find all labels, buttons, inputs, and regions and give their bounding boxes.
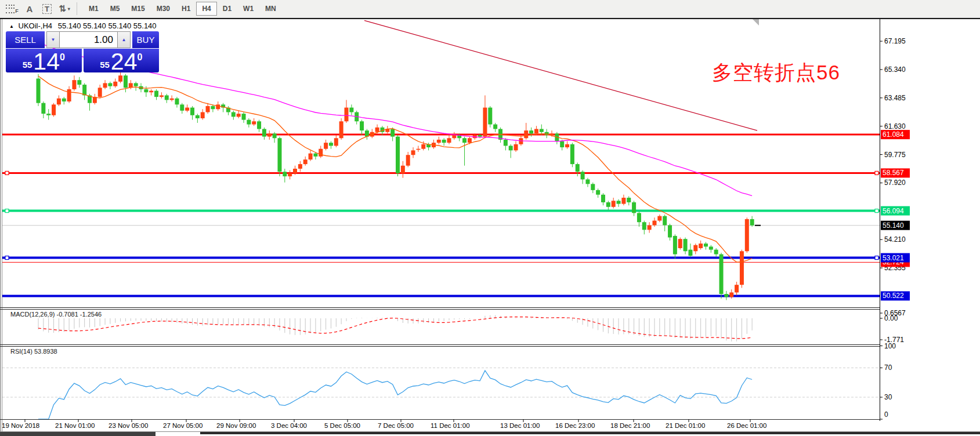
drawing-tools-group: FAT⇅▾ — [3, 2, 73, 16]
date-tick-label: 3 Dec 04:00 — [271, 422, 307, 429]
candle — [612, 201, 616, 207]
candle — [529, 130, 533, 133]
trendline[interactable] — [364, 20, 757, 130]
bottom-border — [0, 431, 980, 432]
collapse-arrow-icon[interactable]: ▲ — [9, 24, 14, 29]
arrows-tool-icon[interactable]: ⇅▾ — [57, 2, 72, 16]
candle — [648, 225, 652, 230]
level-handle[interactable] — [875, 256, 878, 260]
timeframe-group: M1M5M15M30H1H4D1W1MN — [83, 2, 282, 16]
date-tick-label: 7 Dec 05:00 — [378, 422, 414, 429]
candle — [293, 169, 297, 173]
price-badge-label: 58.567 — [883, 169, 904, 177]
candle — [606, 202, 610, 207]
volume-increase-button[interactable]: ▲ — [117, 31, 131, 48]
sell-price-button[interactable]: 55140 — [6, 49, 82, 72]
bottom-strip-left[interactable] — [0, 432, 156, 436]
volume-decrease-button[interactable]: ▼ — [46, 31, 60, 48]
date-tick-label: 18 Dec 21:00 — [610, 422, 650, 429]
buy-price-button[interactable]: 55240 — [84, 49, 160, 72]
candle — [576, 164, 580, 172]
level-handle[interactable] — [875, 209, 878, 213]
candle — [585, 179, 590, 184]
candle — [421, 144, 425, 149]
candle — [288, 173, 292, 176]
price-tick-label: 54.210 — [884, 235, 906, 244]
bid-superscript: 0 — [60, 52, 65, 63]
candle — [67, 89, 71, 101]
toolbar: FAT⇅▾ M1M5M15M30H1H4D1W1MN — [0, 0, 980, 18]
timeframe-m5-button[interactable]: M5 — [104, 2, 126, 16]
timeframe-d1-button[interactable]: D1 — [217, 2, 237, 16]
candle — [699, 244, 703, 248]
candle — [190, 108, 194, 115]
price-badge-label: 55.140 — [883, 221, 904, 230]
fibo-lines-glyph — [6, 5, 15, 13]
candle — [309, 154, 313, 160]
fibo-lines-tool-icon[interactable]: F — [5, 2, 20, 16]
date-tick-label: 19 Nov 2018 — [2, 422, 39, 429]
candle — [693, 245, 697, 252]
candle — [257, 121, 261, 129]
candle — [118, 75, 122, 82]
rsi-indicator-label: RSI(14) 53.8938 — [10, 348, 57, 355]
timeframe-mn-button[interactable]: MN — [259, 2, 282, 16]
candle — [154, 91, 158, 97]
candle — [103, 83, 107, 88]
timeframe-w1-button[interactable]: W1 — [237, 2, 259, 16]
candle — [277, 138, 281, 172]
date-tick-label: 21 Nov 01:00 — [55, 422, 95, 429]
symbol-label: UKOil-,H4 — [19, 21, 53, 30]
candle — [493, 125, 497, 129]
candle — [283, 172, 287, 176]
level-handle[interactable] — [875, 171, 878, 175]
candle — [565, 144, 569, 147]
text-tool-icon[interactable]: A — [22, 2, 37, 16]
price-tick-label: 57.920 — [884, 179, 906, 187]
candle — [591, 184, 595, 190]
candle — [206, 106, 210, 112]
level-handle[interactable] — [5, 256, 9, 260]
timeframe-m1-button[interactable]: M1 — [83, 2, 104, 16]
chart-title: ▲ UKOil-,H4 55.140 55.140 55.140 55.140 — [9, 21, 157, 30]
candle — [570, 144, 574, 164]
candle — [678, 239, 682, 248]
candle — [745, 219, 749, 251]
bottom-strip-right[interactable] — [200, 432, 980, 434]
candle — [298, 164, 302, 169]
timeframe-m30-button[interactable]: M30 — [151, 2, 176, 16]
level-handle[interactable] — [5, 209, 9, 213]
candle — [750, 219, 754, 226]
ask-superscript: 0 — [137, 52, 142, 63]
chart-text-annotation[interactable]: 多空转折点56 — [712, 59, 840, 86]
candle — [390, 129, 395, 136]
macd-pane — [38, 315, 752, 341]
price-tick-label: 65.340 — [884, 66, 906, 74]
candle — [724, 294, 728, 297]
candle — [673, 236, 677, 255]
level-handle[interactable] — [5, 171, 9, 175]
candle — [46, 114, 50, 115]
volume-input[interactable]: 1.00 — [60, 31, 117, 48]
candle — [627, 198, 631, 202]
chart-shift-marker[interactable] — [753, 19, 759, 26]
buy-button[interactable]: BUY — [132, 31, 159, 48]
text-label-tool-icon[interactable]: T — [39, 2, 55, 16]
candle — [180, 104, 184, 111]
sell-button[interactable]: SELL — [6, 31, 45, 48]
candle — [540, 129, 544, 132]
timeframe-h4-button[interactable]: H4 — [196, 2, 216, 16]
timeframe-h1-button[interactable]: H1 — [176, 2, 196, 16]
candle — [468, 138, 472, 143]
date-tick-label: 11 Dec 01:00 — [431, 422, 470, 429]
chart-window-left-border — [0, 19, 1, 431]
ohlc-quotes: 55.140 55.140 55.140 55.140 — [58, 21, 157, 30]
rsi-tick-label: 30 — [884, 393, 892, 401]
candle — [560, 141, 564, 148]
candle — [262, 129, 266, 136]
candle — [98, 88, 102, 97]
dropdown-caret-icon[interactable]: ▾ — [68, 6, 70, 12]
candle — [52, 104, 56, 115]
timeframe-m15-button[interactable]: M15 — [125, 2, 150, 16]
candle — [709, 246, 713, 249]
